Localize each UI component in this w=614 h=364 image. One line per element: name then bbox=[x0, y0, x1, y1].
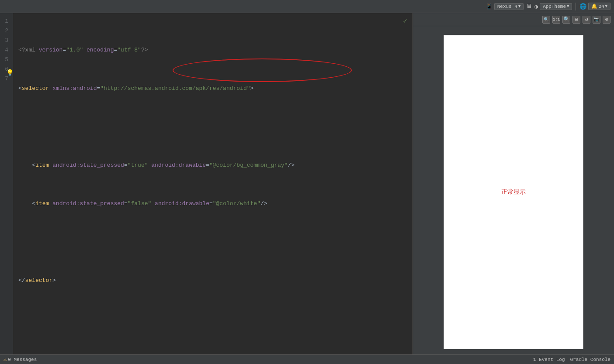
nexus-label: Nexus 4 bbox=[497, 4, 517, 9]
notification-btn[interactable]: 🔔 24 ▼ bbox=[588, 3, 611, 10]
messages-label: 0 Messages bbox=[8, 357, 37, 362]
preview-pane: 🔍 1:1 🔍 ⊟ ↺ 📷 ⚙ 正常显示 bbox=[413, 13, 614, 354]
theme-chevron-icon: ▼ bbox=[567, 4, 569, 9]
line-num-4: 4 bbox=[0, 45, 11, 55]
actual-size-icon[interactable]: 1:1 bbox=[552, 16, 560, 24]
settings-icon[interactable]: ⚙ bbox=[603, 16, 611, 24]
line-num-2: 2 bbox=[0, 26, 11, 36]
notif-chevron-icon: ▼ bbox=[605, 4, 607, 9]
status-bar: ⚠ 0 Messages 1 Event Log Gradle Console bbox=[0, 354, 614, 364]
theme-selector-group: ◑ AppTheme ▼ bbox=[534, 3, 572, 10]
device-selector-group: 📱 Nexus 4 ▼ bbox=[486, 3, 524, 10]
preview-toolbar: 🔍 1:1 🔍 ⊟ ↺ 📷 ⚙ bbox=[413, 13, 614, 26]
notification-icon: 🔔 bbox=[591, 3, 597, 9]
nexus-dropdown[interactable]: Nexus 4 ▼ bbox=[494, 3, 524, 10]
toolbar-separator-1 bbox=[576, 3, 576, 10]
code-line-2: <selector xmlns:android="http://schemas.… bbox=[18, 84, 407, 93]
line-num-3: 3 bbox=[0, 36, 11, 45]
code-line-3 bbox=[18, 122, 407, 132]
line-numbers: 1 2 3 4 5 6 7 bbox=[0, 13, 13, 354]
status-right: 1 Event Log Gradle Console bbox=[533, 357, 611, 362]
locale-group: 🌐 🔔 24 ▼ bbox=[579, 3, 611, 10]
line-num-5: 5 bbox=[0, 55, 11, 65]
code-line-5: <item android:state_pressed="false" andr… bbox=[18, 199, 407, 209]
main-content: 1 2 3 4 5 6 7 <?xml version="1.0" encodi… bbox=[0, 13, 614, 354]
code-area: 1 2 3 4 5 6 7 <?xml version="1.0" encodi… bbox=[0, 13, 413, 354]
zoom-out-icon[interactable]: 🔍 bbox=[562, 16, 570, 24]
syntax-checkmark: ✓ bbox=[403, 17, 407, 25]
code-line-1: <?xml version="1.0" encoding="utf-8"?> bbox=[18, 45, 407, 55]
normal-display-text: 正常显示 bbox=[501, 188, 526, 196]
nexus-chevron-icon: ▼ bbox=[518, 4, 520, 9]
notification-count: 24 bbox=[598, 4, 604, 9]
line-num-1: 1 bbox=[0, 17, 11, 26]
screen-icon: 🖥 bbox=[526, 3, 532, 10]
zoom-in-icon[interactable]: 🔍 bbox=[542, 16, 550, 24]
code-editor[interactable]: <?xml version="1.0" encoding="utf-8"?> <… bbox=[13, 13, 413, 354]
device-icon: 📱 bbox=[486, 3, 493, 10]
status-left: ⚠ 0 Messages bbox=[3, 356, 37, 363]
editor-pane: 1 2 3 4 5 6 7 <?xml version="1.0" encodi… bbox=[0, 13, 413, 354]
gradle-console-btn[interactable]: Gradle Console bbox=[570, 357, 611, 362]
screen-icon-group: 🖥 bbox=[526, 3, 532, 10]
code-line-7: </selector> bbox=[18, 276, 407, 285]
theme-circle-icon: ◑ bbox=[534, 3, 538, 10]
theme-dropdown[interactable]: AppTheme ▼ bbox=[540, 3, 572, 10]
code-line-4: <item android:state_pressed="true" andro… bbox=[18, 161, 407, 170]
camera-icon[interactable]: 📷 bbox=[593, 16, 600, 24]
zoom-fit-icon[interactable]: ⊟ bbox=[572, 16, 580, 24]
warning-icon: ⚠ bbox=[3, 356, 7, 363]
event-log-btn[interactable]: 1 Event Log bbox=[533, 357, 565, 362]
messages-status[interactable]: ⚠ 0 Messages bbox=[3, 356, 37, 363]
device-screen: 正常显示 bbox=[444, 35, 583, 349]
theme-label: AppTheme bbox=[543, 4, 566, 9]
globe-icon: 🌐 bbox=[579, 3, 586, 10]
top-toolbar: 📱 Nexus 4 ▼ 🖥 ◑ AppTheme ▼ 🌐 🔔 24 ▼ bbox=[0, 0, 614, 13]
lightbulb-icon[interactable]: 💡 bbox=[6, 69, 14, 76]
preview-content: 正常显示 bbox=[413, 26, 614, 354]
refresh-icon[interactable]: ↺ bbox=[583, 16, 590, 24]
code-line-6 bbox=[18, 237, 407, 247]
